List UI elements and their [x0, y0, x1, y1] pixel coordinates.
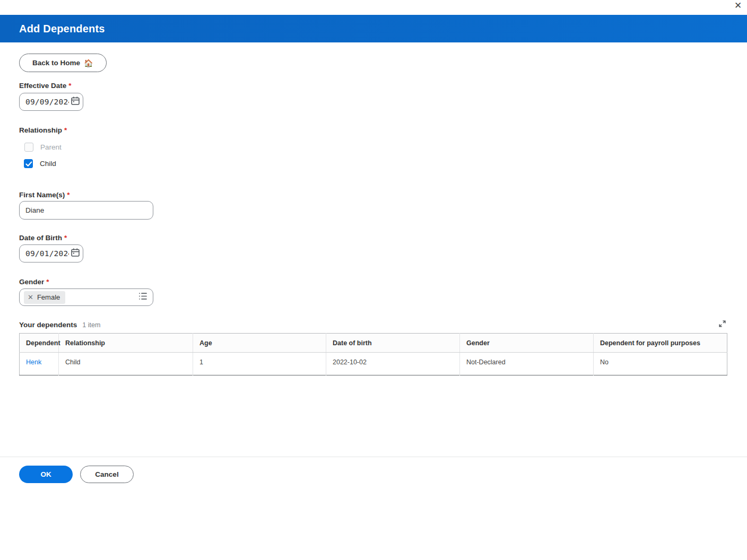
- relationship-label-text: Relationship: [19, 126, 62, 134]
- child-checkbox[interactable]: [24, 159, 33, 168]
- close-icon[interactable]: ✕: [733, 1, 743, 11]
- gender-label: Gender*: [19, 278, 49, 286]
- gender-label-text: Gender: [19, 278, 44, 286]
- cell-payroll: No: [594, 353, 727, 375]
- required-asterisk: *: [64, 126, 67, 134]
- footer-divider: [0, 457, 747, 457]
- gender-chip-label: Female: [37, 293, 60, 301]
- first-name-label-text: First Name(s): [19, 191, 65, 199]
- required-asterisk: *: [64, 234, 67, 242]
- child-checkbox-label: Child: [40, 160, 56, 168]
- relationship-option-parent[interactable]: Parent: [24, 143, 62, 152]
- column-header-gender: Gender: [460, 334, 594, 353]
- date-of-birth-label-text: Date of Birth: [19, 234, 62, 242]
- gender-multiselect[interactable]: ✕ Female: [19, 288, 153, 306]
- date-of-birth-label: Date of Birth*: [19, 234, 67, 242]
- dependents-section-title: Your dependents1 item: [19, 321, 100, 329]
- date-of-birth-field[interactable]: [19, 244, 83, 262]
- column-header-payroll: Dependent for payroll purposes: [594, 334, 727, 353]
- calendar-icon[interactable]: [70, 95, 81, 108]
- home-icon: 🏠: [84, 59, 93, 67]
- ok-button[interactable]: OK: [19, 466, 73, 483]
- expand-table-icon[interactable]: [718, 319, 727, 330]
- effective-date-field[interactable]: [19, 93, 83, 111]
- cell-date-of-birth: 2022-10-02: [326, 353, 460, 375]
- first-name-label: First Name(s)*: [19, 191, 70, 199]
- parent-checkbox[interactable]: [24, 143, 33, 152]
- relationship-option-child[interactable]: Child: [24, 159, 56, 168]
- column-header-age: Age: [193, 334, 326, 353]
- column-header-dependent: Dependent: [20, 334, 59, 353]
- cell-dependent: Henk: [20, 353, 59, 375]
- dialog-header: Add Dependents: [0, 15, 747, 42]
- page-title: Add Dependents: [19, 23, 105, 35]
- list-menu-icon[interactable]: [137, 291, 148, 303]
- dependents-title-text: Your dependents: [19, 321, 77, 329]
- back-to-home-button[interactable]: Back to Home 🏠: [19, 54, 107, 72]
- table-header-row: Dependent Relationship Age Date of birth…: [20, 334, 727, 353]
- effective-date-label: Effective Date*: [19, 82, 72, 90]
- add-dependents-dialog: ✕ Add Dependents Back to Home 🏠 Effectiv…: [0, 0, 747, 560]
- window-top-strip: ✕: [0, 0, 747, 15]
- dependents-item-count: 1 item: [82, 321, 100, 329]
- cell-age: 1: [193, 353, 326, 375]
- required-asterisk: *: [67, 191, 70, 199]
- table-row: Henk Child 1 2022-10-02 Not-Declared No: [20, 353, 727, 375]
- dependent-name-link[interactable]: Henk: [26, 358, 41, 366]
- parent-checkbox-label: Parent: [40, 143, 62, 151]
- effective-date-label-text: Effective Date: [19, 82, 66, 90]
- cancel-button[interactable]: Cancel: [80, 466, 134, 483]
- column-header-relationship: Relationship: [59, 334, 193, 353]
- date-of-birth-input[interactable]: [25, 249, 69, 258]
- gender-selected-chip: ✕ Female: [24, 291, 65, 304]
- cell-gender: Not-Declared: [460, 353, 594, 375]
- dependents-table: Dependent Relationship Age Date of birth…: [19, 333, 727, 375]
- remove-tag-icon[interactable]: ✕: [28, 294, 33, 301]
- relationship-label: Relationship*: [19, 126, 67, 134]
- cell-relationship: Child: [59, 353, 193, 375]
- back-to-home-label: Back to Home: [32, 59, 80, 67]
- effective-date-input[interactable]: [25, 98, 69, 106]
- calendar-icon[interactable]: [70, 247, 81, 260]
- first-name-input[interactable]: [19, 201, 153, 220]
- required-asterisk: *: [68, 82, 71, 90]
- column-header-date-of-birth: Date of birth: [326, 334, 460, 353]
- required-asterisk: *: [46, 278, 49, 286]
